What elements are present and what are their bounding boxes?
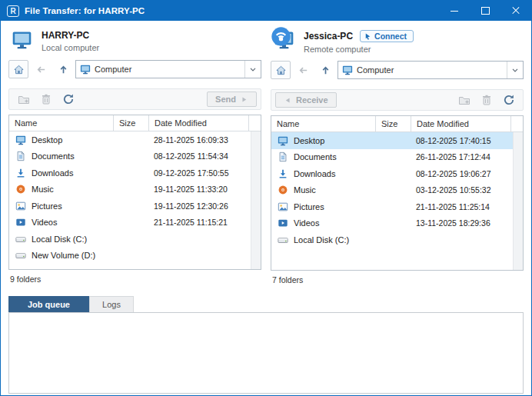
local-computer-header: HARRY-PC Local computer <box>8 27 261 60</box>
titlebar: R File Transfer: for HARRY-PC <box>1 1 531 21</box>
receive-label: Receive <box>296 95 328 105</box>
file-date: 13-11-2025 18:29:36 <box>411 218 511 228</box>
file-date: 26-11-2025 17:12:44 <box>411 152 511 161</box>
triangle-left-icon <box>284 96 292 105</box>
remote-list-header: Name Size Date Modified <box>271 116 523 132</box>
folders-count: 7 folders <box>271 271 524 285</box>
file-name: New Volume (D:) <box>32 251 95 260</box>
file-row[interactable]: Downloads 09-12-2025 17:50:55 <box>9 165 251 181</box>
file-row[interactable]: Music 19-11-2025 11:33:20 <box>9 181 251 198</box>
drive-icon <box>278 235 288 245</box>
videos-icon <box>278 218 288 228</box>
file-row[interactable]: Music 03-12-2025 10:55:32 <box>271 182 513 199</box>
file-row[interactable]: Pictures 21-11-2025 11:25:14 <box>271 198 513 215</box>
triangle-right-icon <box>240 95 248 104</box>
local-list-header: Name Size Date Modified <box>9 115 261 131</box>
new-folder-button[interactable] <box>454 91 474 109</box>
file-row[interactable]: Documents 26-11-2025 17:12:44 <box>271 149 513 166</box>
column-header-date[interactable]: Date Modified <box>149 115 249 131</box>
tab-logs[interactable]: Logs <box>89 296 134 312</box>
up-button[interactable] <box>315 61 335 79</box>
pictures-icon <box>15 201 26 211</box>
column-header-size[interactable]: Size <box>376 116 411 131</box>
refresh-button[interactable] <box>498 91 519 109</box>
delete-button[interactable] <box>476 91 497 109</box>
remote-computer-type: Remote computer <box>304 45 414 54</box>
local-list-body: Desktop 28-11-2025 16:09:33 Documents 08… <box>9 131 261 269</box>
remote-path-combobox[interactable]: Computer <box>337 61 524 79</box>
maximize-button[interactable] <box>470 1 500 21</box>
file-row[interactable]: Downloads 08-12-2025 19:06:27 <box>271 165 513 182</box>
trash-icon <box>480 94 493 106</box>
home-button[interactable] <box>8 60 28 78</box>
scrollbar[interactable] <box>251 131 261 269</box>
local-path-label: Computer <box>95 65 241 74</box>
file-row[interactable]: Local Disk (C:) <box>9 231 251 248</box>
remote-computer-header: Jessica-PC Connect Remote computer <box>271 27 524 61</box>
tab-job-queue[interactable]: Job queue <box>8 296 89 312</box>
refresh-button[interactable] <box>58 90 78 108</box>
receive-button[interactable]: Receive <box>275 92 337 108</box>
app-logo-icon: R <box>7 5 19 17</box>
local-path-combobox[interactable]: Computer <box>75 60 261 78</box>
file-row[interactable]: Videos 21-11-2025 11:15:21 <box>9 215 251 231</box>
file-row[interactable]: Videos 13-11-2025 18:29:36 <box>271 215 513 232</box>
remote-path-dropdown-button[interactable] <box>507 62 523 78</box>
file-name: Music <box>32 185 54 194</box>
computer-icon <box>80 64 91 75</box>
file-name: Documents <box>294 152 337 161</box>
send-button[interactable]: Send <box>207 92 257 107</box>
file-row[interactable]: New Volume (D:) <box>9 248 251 265</box>
remote-computer-name: Jessica-PC <box>304 31 353 42</box>
file-date: 19-11-2025 11:33:20 <box>149 185 249 194</box>
file-name: Desktop <box>32 135 62 145</box>
remote-nav-bar: Computer <box>271 61 524 79</box>
close-button[interactable] <box>500 1 531 21</box>
file-name: Pictures <box>294 202 324 211</box>
file-row[interactable]: Documents 08-12-2025 11:54:34 <box>9 148 251 165</box>
local-path-dropdown-button[interactable] <box>244 61 261 78</box>
file-date: 09-12-2025 17:50:55 <box>149 168 249 178</box>
music-icon <box>278 185 288 195</box>
delete-button[interactable] <box>35 90 56 108</box>
file-row-selected[interactable]: Desktop 08-12-2025 17:40:15 <box>271 132 513 149</box>
videos-icon <box>15 217 26 228</box>
desktop-icon <box>15 135 26 145</box>
trash-icon <box>40 93 52 105</box>
file-name: Documents <box>32 151 75 161</box>
file-row[interactable]: Pictures 19-11-2025 12:30:26 <box>9 198 251 215</box>
minimize-button[interactable] <box>439 1 470 21</box>
send-label: Send <box>215 95 236 104</box>
documents-icon <box>15 151 26 161</box>
file-row[interactable]: Local Disk (C:) <box>271 231 513 248</box>
scrollbar[interactable] <box>513 132 523 270</box>
local-computer-name: HARRY-PC <box>42 30 89 41</box>
music-icon <box>15 184 26 195</box>
local-toolbar: Send <box>8 88 261 110</box>
up-button[interactable] <box>53 60 73 78</box>
file-date: 21-11-2025 11:15:21 <box>149 218 249 227</box>
file-date: 28-11-2025 16:09:33 <box>149 135 249 145</box>
file-date: 08-12-2025 19:06:27 <box>411 169 511 178</box>
file-name: Videos <box>32 218 57 227</box>
downloads-icon <box>278 168 288 179</box>
new-folder-button[interactable] <box>13 90 34 108</box>
column-header-name[interactable]: Name <box>271 116 376 131</box>
refresh-icon <box>62 93 75 105</box>
column-header-size[interactable]: Size <box>114 115 149 131</box>
back-button[interactable] <box>31 60 51 78</box>
column-header-name[interactable]: Name <box>9 115 114 131</box>
connect-button[interactable]: Connect <box>360 30 414 42</box>
back-button[interactable] <box>293 61 313 79</box>
column-header-spacer <box>249 115 261 131</box>
folder-plus-icon <box>458 94 470 106</box>
desktop-icon <box>278 135 288 146</box>
file-row[interactable]: Desktop 28-11-2025 16:09:33 <box>9 131 251 148</box>
chevron-down-icon <box>248 65 258 74</box>
column-header-date[interactable]: Date Modified <box>411 116 511 131</box>
file-name: Pictures <box>32 201 62 211</box>
window-title: File Transfer: for HARRY-PC <box>25 6 145 15</box>
computer-icon <box>342 65 353 75</box>
connect-label: Connect <box>374 32 407 41</box>
home-button[interactable] <box>271 61 291 79</box>
